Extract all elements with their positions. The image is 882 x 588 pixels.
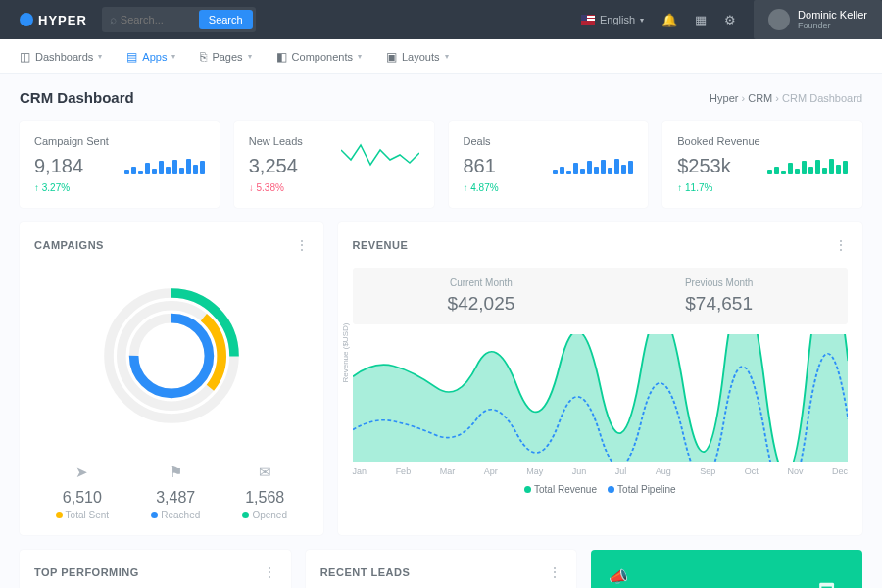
- month-label: Sep: [700, 466, 715, 476]
- month-label: Jul: [615, 466, 627, 476]
- previous-month-value: $74,651: [600, 293, 838, 315]
- chart-legend: Total Revenue Total Pipeline: [353, 484, 848, 495]
- chevron-down-icon: ▾: [98, 52, 102, 61]
- user-menu[interactable]: Dominic Keller Founder: [754, 0, 882, 39]
- stat-value: $253k: [677, 155, 760, 177]
- stat-label: New Leads: [249, 135, 303, 147]
- mail-icon: ✉: [242, 464, 287, 481]
- chevron-down-icon: ▾: [445, 52, 449, 61]
- promo-illustration: [808, 574, 845, 589]
- month-label: Oct: [745, 466, 759, 476]
- breadcrumb-leaf: CRM Dashboard: [782, 92, 862, 104]
- nav-apps[interactable]: ▤Apps▾: [126, 50, 175, 64]
- chevron-down-icon: ▾: [640, 16, 644, 24]
- dashboard-icon: ◫: [20, 50, 30, 64]
- nav-pages[interactable]: ⎘Pages▾: [200, 50, 251, 64]
- breadcrumb-root[interactable]: Hyper: [710, 92, 738, 104]
- stat-card-0: Campaign Sent 9,184 3.27%: [20, 121, 220, 208]
- campaign-stat-value: 1,568: [242, 489, 287, 507]
- chevron-down-icon: ▾: [358, 52, 362, 61]
- month-label: Jan: [353, 466, 368, 476]
- month-label: Jun: [572, 466, 587, 476]
- chevron-down-icon: ▾: [248, 52, 252, 61]
- campaign-stat: ⚑ 3,487 Reached: [151, 464, 200, 520]
- month-label: Apr: [484, 466, 498, 476]
- nav-components[interactable]: ◧Components▾: [276, 50, 362, 64]
- sparkline: [553, 135, 633, 193]
- language-selector[interactable]: English ▾: [581, 14, 644, 25]
- recent-leads-title: RECENT LEADS: [320, 566, 411, 578]
- stat-change: 3.27%: [34, 182, 109, 193]
- nav-dashboards[interactable]: ◫Dashboards▾: [20, 50, 102, 64]
- campaign-stat-label: Reached: [151, 510, 200, 520]
- month-label: Dec: [832, 466, 848, 476]
- stat-change: 4.87%: [464, 182, 499, 193]
- apps-icon[interactable]: ▦: [695, 13, 707, 27]
- month-label: Mar: [440, 466, 456, 476]
- logo-icon: [20, 13, 33, 26]
- send-icon: ➤: [56, 464, 109, 481]
- bell-icon[interactable]: 🔔: [662, 13, 677, 27]
- campaigns-title: CAMPAIGNS: [34, 239, 104, 251]
- more-icon[interactable]: ⋮: [263, 564, 276, 580]
- search-icon: ⌕: [110, 13, 117, 26]
- more-icon[interactable]: ⋮: [548, 564, 562, 580]
- stat-change: 11.7%: [677, 182, 760, 193]
- campaign-stat: ➤ 6,510 Total Sent: [56, 464, 109, 520]
- promo-banner[interactable]: 📣 Enhance your Campaign for better outre…: [591, 550, 862, 588]
- user-role: Founder: [798, 21, 867, 30]
- gear-icon[interactable]: ⚙: [724, 13, 736, 27]
- topbar: HYPER ⌕ Search English ▾ 🔔 ▦ ⚙ Dominic K…: [0, 0, 882, 39]
- more-icon[interactable]: ⋮: [295, 237, 309, 253]
- chart-ylabel: Revenue ($USD): [340, 323, 349, 383]
- breadcrumb: Hyper › CRM › CRM Dashboard: [710, 92, 862, 104]
- month-label: Nov: [787, 466, 803, 476]
- campaign-stat-value: 6,510: [56, 489, 109, 507]
- stat-change: 5.38%: [249, 182, 303, 193]
- month-label: Aug: [656, 466, 671, 476]
- language-label: English: [600, 14, 635, 25]
- campaigns-donut-chart: [93, 277, 250, 434]
- stat-value: 861: [464, 155, 499, 177]
- previous-month-label: Previous Month: [600, 277, 838, 288]
- components-icon: ◧: [276, 50, 287, 64]
- more-icon[interactable]: ⋮: [834, 237, 848, 253]
- campaign-stat-label: Opened: [242, 510, 287, 520]
- month-label: Feb: [396, 466, 412, 476]
- navbar: ◫Dashboards▾ ▤Apps▾ ⎘Pages▾ ◧Components▾…: [0, 39, 882, 74]
- revenue-card: REVENUE ⋮ Current Month $42,025 Previous…: [338, 222, 862, 535]
- stat-card-3: Booked Revenue $253k 11.7%: [662, 121, 862, 208]
- revenue-chart: Revenue ($USD): [353, 334, 848, 462]
- stat-value: 3,254: [249, 155, 303, 177]
- brand-logo[interactable]: HYPER: [20, 13, 87, 27]
- stat-label: Deals: [464, 135, 499, 147]
- user-name: Dominic Keller: [798, 9, 867, 21]
- nav-layouts[interactable]: ▣Layouts▾: [386, 50, 449, 64]
- current-month-label: Current Month: [363, 277, 601, 288]
- search-input[interactable]: [121, 14, 199, 25]
- campaign-stat-value: 3,487: [151, 489, 200, 507]
- avatar: [768, 9, 790, 30]
- svg-rect-7: [821, 586, 831, 587]
- chevron-down-icon: ▾: [172, 52, 175, 61]
- flag-icon: [581, 15, 595, 24]
- sparkline: [767, 135, 848, 193]
- layouts-icon: ▣: [386, 50, 397, 64]
- recent-leads-card: RECENT LEADS ⋮ Risa Pearsonrichard.john@…: [306, 550, 577, 588]
- top-performing-card: TOP PERFORMING ⋮ UserLeadsDealsTasks Jer…: [20, 550, 291, 588]
- campaign-stat-label: Total Sent: [56, 510, 109, 520]
- month-label: May: [526, 466, 543, 476]
- apps-icon: ▤: [126, 50, 137, 64]
- stat-label: Booked Revenue: [677, 135, 760, 147]
- search-button[interactable]: Search: [199, 10, 253, 29]
- page-title: CRM Dashboard: [20, 89, 134, 106]
- breadcrumb-mid[interactable]: CRM: [748, 92, 772, 104]
- sparkline: [341, 135, 419, 193]
- stat-card-1: New Leads 3,254 5.38%: [234, 121, 434, 208]
- megaphone-icon: 📣: [609, 567, 808, 586]
- stat-label: Campaign Sent: [34, 135, 109, 147]
- current-month-value: $42,025: [363, 293, 601, 315]
- campaign-stat: ✉ 1,568 Opened: [242, 464, 287, 520]
- stat-value: 9,184: [34, 155, 109, 177]
- revenue-title: REVENUE: [353, 239, 409, 251]
